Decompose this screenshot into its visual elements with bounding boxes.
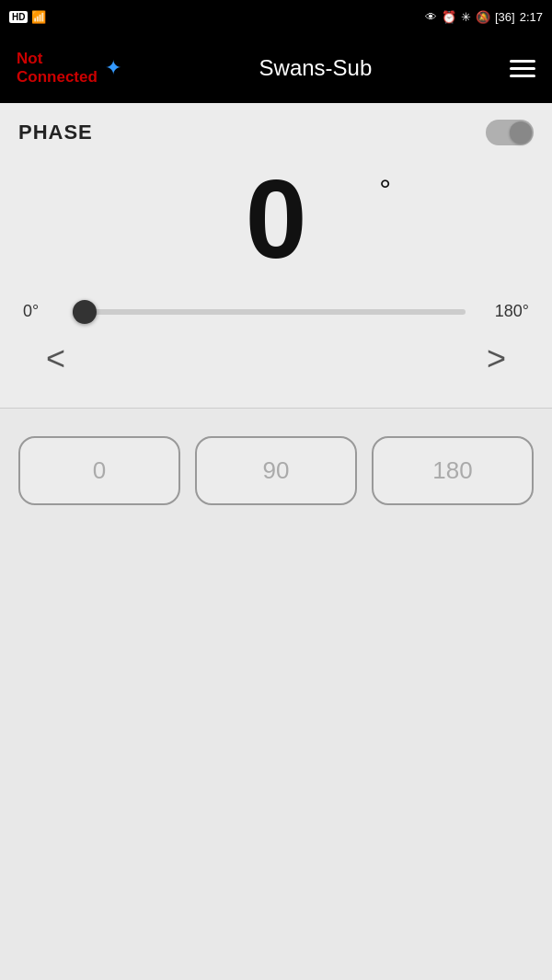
slider-min-label: 0°	[23, 302, 60, 321]
nav-bar: Not Connected ✦ Swans-Sub	[0, 33, 552, 103]
toggle-knob	[510, 121, 532, 144]
alarm-icon: ⏰	[442, 10, 456, 24]
bluetooth-status-icon: ✳	[461, 10, 471, 24]
mute-icon: 🔕	[476, 10, 490, 24]
time-display: 2:17	[520, 10, 543, 24]
phase-toggle-switch[interactable]	[486, 120, 534, 145]
degree-symbol-large: °	[379, 173, 391, 207]
main-content: PHASE 0° 0° 180° < > 0 90 180	[0, 103, 552, 800]
slider-max-label: 180°	[478, 302, 529, 321]
bluetooth-icon: ✦	[105, 56, 121, 80]
phase-value-container: 0°	[18, 164, 534, 274]
increment-arrow-button[interactable]: >	[477, 338, 515, 380]
hamburger-menu-button[interactable]	[510, 55, 535, 82]
phase-value-display: 0	[246, 157, 307, 281]
signal-strength-icon: 📶	[31, 10, 46, 24]
status-right: 👁 ⏰ ✳ 🔕 [36] 2:17	[425, 10, 543, 24]
phase-section: PHASE 0° 0° 180° < >	[0, 103, 552, 409]
connection-info: Not Connected	[17, 50, 98, 87]
nav-center: Swans-Sub	[259, 55, 373, 81]
eye-icon: 👁	[425, 10, 437, 24]
status-bar: HD 📶 👁 ⏰ ✳ 🔕 [36] 2:17	[0, 0, 552, 33]
decrement-arrow-button[interactable]: <	[37, 338, 75, 380]
slider-section: 0° 180°	[18, 302, 534, 321]
status-left: HD 📶	[9, 10, 46, 24]
connection-status: Not Connected	[17, 50, 98, 87]
phase-label: PHASE	[18, 121, 93, 144]
device-name-label: Swans-Sub	[259, 55, 373, 81]
phase-slider[interactable]	[73, 309, 466, 315]
empty-content-area	[0, 524, 552, 800]
nav-left-group: Not Connected ✦	[17, 50, 121, 87]
arrow-section: < >	[18, 338, 534, 380]
phase-header: PHASE	[18, 120, 534, 145]
battery-level: [36]	[495, 10, 515, 24]
preset-0-button[interactable]: 0	[18, 436, 180, 505]
preset-180-button[interactable]: 180	[372, 436, 534, 505]
hd-badge: HD	[9, 11, 28, 23]
preset-section: 0 90 180	[0, 409, 552, 524]
preset-90-button[interactable]: 90	[195, 436, 357, 505]
